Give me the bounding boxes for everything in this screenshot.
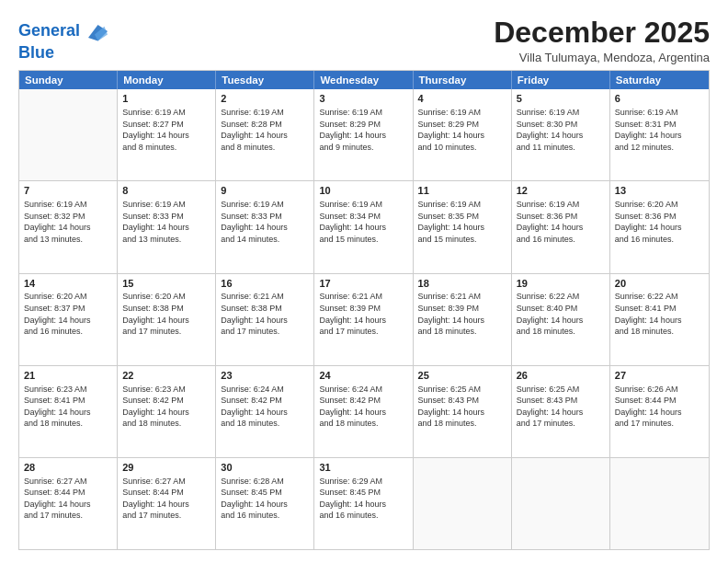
logo-icon [82, 18, 108, 44]
day-number: 9 [221, 184, 309, 198]
calendar-cell: 1Sunrise: 6:19 AMSunset: 8:27 PMDaylight… [118, 89, 216, 180]
day-number: 27 [615, 369, 704, 383]
calendar-cell: 9Sunrise: 6:19 AMSunset: 8:33 PMDaylight… [216, 181, 314, 272]
day-number: 17 [319, 277, 407, 291]
title-block: December 2025 Villa Tulumaya, Mendoza, A… [494, 17, 710, 64]
calendar-cell [512, 458, 610, 549]
day-number: 1 [122, 92, 210, 106]
cell-info: Sunrise: 6:23 AMSunset: 8:41 PMDaylight:… [24, 384, 112, 430]
day-number: 31 [319, 461, 407, 475]
calendar-cell: 29Sunrise: 6:27 AMSunset: 8:44 PMDayligh… [118, 458, 216, 549]
cell-info: Sunrise: 6:26 AMSunset: 8:44 PMDaylight:… [615, 384, 704, 430]
header-day-saturday: Saturday [610, 71, 709, 89]
calendar-cell: 3Sunrise: 6:19 AMSunset: 8:29 PMDaylight… [314, 89, 413, 180]
calendar-cell: 24Sunrise: 6:24 AMSunset: 8:42 PMDayligh… [314, 366, 413, 457]
cell-info: Sunrise: 6:23 AMSunset: 8:42 PMDaylight:… [122, 384, 210, 430]
calendar-cell: 27Sunrise: 6:26 AMSunset: 8:44 PMDayligh… [610, 366, 709, 457]
calendar-cell [414, 458, 512, 549]
cell-info: Sunrise: 6:21 AMSunset: 8:39 PMDaylight:… [418, 291, 506, 337]
header-day-friday: Friday [512, 71, 610, 89]
day-number: 18 [418, 277, 506, 291]
day-number: 11 [418, 184, 506, 198]
cell-info: Sunrise: 6:20 AMSunset: 8:36 PMDaylight:… [615, 199, 704, 245]
cell-info: Sunrise: 6:22 AMSunset: 8:41 PMDaylight:… [615, 291, 704, 337]
calendar-cell: 21Sunrise: 6:23 AMSunset: 8:41 PMDayligh… [19, 366, 118, 457]
day-number: 25 [418, 369, 506, 383]
page: General Blue December 2025 Villa Tulumay… [0, 0, 728, 563]
day-number: 7 [24, 184, 112, 198]
calendar-cell: 26Sunrise: 6:25 AMSunset: 8:43 PMDayligh… [512, 366, 610, 457]
calendar: SundayMondayTuesdayWednesdayThursdayFrid… [18, 70, 710, 550]
calendar-cell: 23Sunrise: 6:24 AMSunset: 8:42 PMDayligh… [216, 366, 314, 457]
day-number: 28 [24, 461, 112, 475]
month-title: December 2025 [494, 17, 710, 49]
calendar-cell: 12Sunrise: 6:19 AMSunset: 8:36 PMDayligh… [512, 181, 610, 272]
day-number: 23 [221, 369, 309, 383]
location-subtitle: Villa Tulumaya, Mendoza, Argentina [494, 51, 710, 64]
calendar-cell: 18Sunrise: 6:21 AMSunset: 8:39 PMDayligh… [414, 274, 512, 365]
cell-info: Sunrise: 6:19 AMSunset: 8:33 PMDaylight:… [221, 199, 309, 245]
day-number: 14 [24, 277, 112, 291]
calendar-row-3: 14Sunrise: 6:20 AMSunset: 8:37 PMDayligh… [19, 273, 709, 365]
cell-info: Sunrise: 6:20 AMSunset: 8:38 PMDaylight:… [122, 291, 210, 337]
header-day-thursday: Thursday [414, 71, 512, 89]
day-number: 19 [517, 277, 605, 291]
cell-info: Sunrise: 6:19 AMSunset: 8:34 PMDaylight:… [319, 199, 407, 245]
calendar-cell: 31Sunrise: 6:29 AMSunset: 8:45 PMDayligh… [314, 458, 413, 549]
calendar-cell: 17Sunrise: 6:21 AMSunset: 8:39 PMDayligh… [314, 274, 413, 365]
calendar-cell: 11Sunrise: 6:19 AMSunset: 8:35 PMDayligh… [414, 181, 512, 272]
cell-info: Sunrise: 6:20 AMSunset: 8:37 PMDaylight:… [24, 291, 112, 337]
day-number: 8 [122, 184, 210, 198]
calendar-cell [610, 458, 709, 549]
cell-info: Sunrise: 6:19 AMSunset: 8:32 PMDaylight:… [24, 199, 112, 245]
day-number: 15 [122, 277, 210, 291]
calendar-cell [19, 89, 118, 180]
day-number: 10 [319, 184, 407, 198]
day-number: 20 [615, 277, 704, 291]
cell-info: Sunrise: 6:19 AMSunset: 8:36 PMDaylight:… [517, 199, 605, 245]
cell-info: Sunrise: 6:19 AMSunset: 8:30 PMDaylight:… [517, 107, 605, 153]
day-number: 24 [319, 369, 407, 383]
cell-info: Sunrise: 6:28 AMSunset: 8:45 PMDaylight:… [221, 476, 309, 522]
day-number: 2 [221, 92, 309, 106]
cell-info: Sunrise: 6:27 AMSunset: 8:44 PMDaylight:… [122, 476, 210, 522]
calendar-row-5: 28Sunrise: 6:27 AMSunset: 8:44 PMDayligh… [19, 457, 709, 549]
calendar-cell: 7Sunrise: 6:19 AMSunset: 8:32 PMDaylight… [19, 181, 118, 272]
calendar-row-4: 21Sunrise: 6:23 AMSunset: 8:41 PMDayligh… [19, 365, 709, 457]
cell-info: Sunrise: 6:21 AMSunset: 8:38 PMDaylight:… [221, 291, 309, 337]
day-number: 16 [221, 277, 309, 291]
cell-info: Sunrise: 6:19 AMSunset: 8:31 PMDaylight:… [615, 107, 704, 153]
day-number: 4 [418, 92, 506, 106]
calendar-cell: 2Sunrise: 6:19 AMSunset: 8:28 PMDaylight… [216, 89, 314, 180]
cell-info: Sunrise: 6:25 AMSunset: 8:43 PMDaylight:… [418, 384, 506, 430]
calendar-row-1: 1Sunrise: 6:19 AMSunset: 8:27 PMDaylight… [19, 89, 709, 180]
calendar-cell: 13Sunrise: 6:20 AMSunset: 8:36 PMDayligh… [610, 181, 709, 272]
calendar-row-2: 7Sunrise: 6:19 AMSunset: 8:32 PMDaylight… [19, 180, 709, 272]
cell-info: Sunrise: 6:19 AMSunset: 8:35 PMDaylight:… [418, 199, 506, 245]
calendar-header: SundayMondayTuesdayWednesdayThursdayFrid… [19, 71, 709, 89]
header-day-monday: Monday [118, 71, 216, 89]
calendar-cell: 6Sunrise: 6:19 AMSunset: 8:31 PMDaylight… [610, 89, 709, 180]
cell-info: Sunrise: 6:19 AMSunset: 8:29 PMDaylight:… [418, 107, 506, 153]
day-number: 22 [122, 369, 210, 383]
cell-info: Sunrise: 6:19 AMSunset: 8:27 PMDaylight:… [122, 107, 210, 153]
calendar-cell: 14Sunrise: 6:20 AMSunset: 8:37 PMDayligh… [19, 274, 118, 365]
header-day-sunday: Sunday [19, 71, 118, 89]
calendar-cell: 15Sunrise: 6:20 AMSunset: 8:38 PMDayligh… [118, 274, 216, 365]
cell-info: Sunrise: 6:21 AMSunset: 8:39 PMDaylight:… [319, 291, 407, 337]
calendar-cell: 25Sunrise: 6:25 AMSunset: 8:43 PMDayligh… [414, 366, 512, 457]
cell-info: Sunrise: 6:24 AMSunset: 8:42 PMDaylight:… [319, 384, 407, 430]
calendar-cell: 4Sunrise: 6:19 AMSunset: 8:29 PMDaylight… [414, 89, 512, 180]
cell-info: Sunrise: 6:19 AMSunset: 8:29 PMDaylight:… [319, 107, 407, 153]
cell-info: Sunrise: 6:19 AMSunset: 8:33 PMDaylight:… [122, 199, 210, 245]
day-number: 26 [517, 369, 605, 383]
cell-info: Sunrise: 6:27 AMSunset: 8:44 PMDaylight:… [24, 476, 112, 522]
day-number: 21 [24, 369, 112, 383]
calendar-cell: 16Sunrise: 6:21 AMSunset: 8:38 PMDayligh… [216, 274, 314, 365]
calendar-cell: 19Sunrise: 6:22 AMSunset: 8:40 PMDayligh… [512, 274, 610, 365]
calendar-cell: 8Sunrise: 6:19 AMSunset: 8:33 PMDaylight… [118, 181, 216, 272]
cell-info: Sunrise: 6:25 AMSunset: 8:43 PMDaylight:… [517, 384, 605, 430]
header-day-tuesday: Tuesday [216, 71, 314, 89]
cell-info: Sunrise: 6:29 AMSunset: 8:45 PMDaylight:… [319, 476, 407, 522]
header-day-wednesday: Wednesday [314, 71, 413, 89]
